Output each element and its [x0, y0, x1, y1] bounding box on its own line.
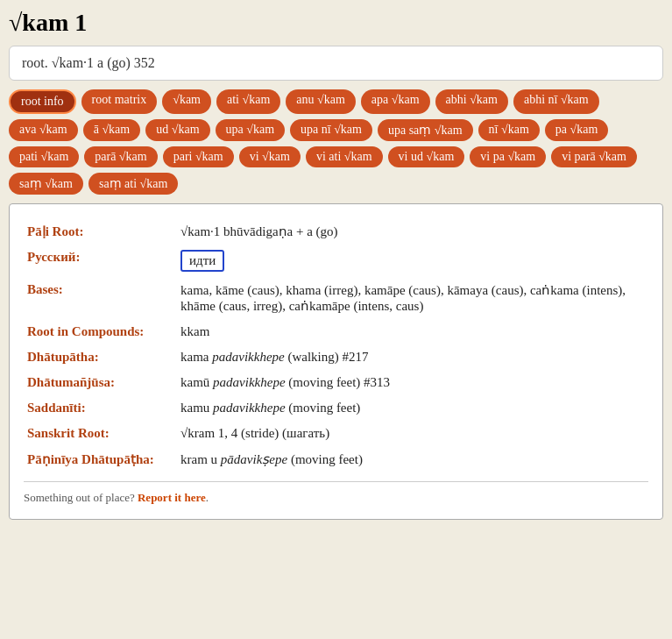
- tag-upa-ni-vkam[interactable]: upa nī √kam: [290, 119, 372, 141]
- tag-apa-vkam[interactable]: apa √kam: [361, 89, 430, 114]
- dhatupatha-row: Dhātupātha: kama padavikkhepe (walking) …: [24, 344, 648, 370]
- dhatupatha-value: kama padavikkhepe (walking) #217: [177, 344, 648, 370]
- detail-divider: [24, 481, 648, 482]
- tag-ni-vkam[interactable]: nī √kam: [478, 119, 540, 141]
- tag-root-info[interactable]: root info: [9, 89, 76, 114]
- tag-sam-vkam[interactable]: saṃ √kam: [9, 173, 83, 195]
- dhatumanjusa-row: Dhātumañjūsa: kamū padavikkhepe (moving …: [24, 370, 648, 395]
- root-summary-box: root. √kam·1 a (go) 352: [9, 46, 663, 81]
- russian-row: Русский: идти: [24, 245, 648, 277]
- tag-abhi-vkam[interactable]: abhi √kam: [435, 89, 508, 114]
- tag-pari-vkam[interactable]: pari √kam: [163, 146, 234, 167]
- sanskrit-root-label: Sanskrit Root:: [24, 421, 177, 446]
- paniniya-label: Pāṇinīya Dhātupāṭha:: [24, 446, 177, 472]
- tag-abhi-ni-vkam[interactable]: abhi nī √kam: [513, 89, 599, 114]
- tag-ati-vkam[interactable]: ati √kam: [216, 89, 280, 114]
- saddaniti-label: Saddanīti:: [24, 395, 177, 421]
- bases-row: Bases: kama, kāme (caus), khama (irreg),…: [24, 277, 648, 319]
- tag-pa-vkam[interactable]: pa √kam: [545, 119, 609, 141]
- tag-ava-vkam[interactable]: ava √kam: [9, 119, 78, 141]
- sanskrit-root-value: √kram 1, 4 (stride) (шагать): [177, 421, 648, 446]
- report-link[interactable]: Report it here: [138, 491, 206, 504]
- tag-upa-sam-vkam[interactable]: upa saṃ √kam: [378, 119, 473, 141]
- footer-period: .: [206, 491, 209, 504]
- bases-value: kama, kāme (caus), khama (irreg), kamāpe…: [177, 277, 648, 319]
- tag-vkam[interactable]: √kam: [162, 89, 211, 114]
- saddaniti-value: kamu padavikkhepe (moving feet): [177, 395, 648, 421]
- footer: Something out of place? Report it here.: [24, 491, 648, 505]
- tag-para-vkam[interactable]: parā √kam: [84, 146, 157, 167]
- root-compounds-row: Root in Compounds: kkam: [24, 319, 648, 344]
- tag-vi-para-vkam[interactable]: vi parā √kam: [551, 146, 637, 167]
- russian-label: Русский:: [24, 245, 177, 277]
- tag-ud-vkam[interactable]: ud √kam: [145, 119, 209, 141]
- dhatupatha-label: Dhātupātha:: [24, 344, 177, 370]
- paniniya-value: kram u pādavikṣepe (moving feet): [177, 446, 648, 472]
- dhatumanjusa-label: Dhātumañjūsa:: [24, 370, 177, 395]
- tag-vi-vkam[interactable]: vi √kam: [239, 146, 301, 167]
- root-compounds-label: Root in Compounds:: [24, 319, 177, 344]
- detail-table: Pāḷi Root: √kam·1 bhūvādigaṇa + a (go) Р…: [24, 218, 648, 472]
- detail-box: Pāḷi Root: √kam·1 bhūvādigaṇa + a (go) Р…: [9, 203, 663, 520]
- tags-area: root inforoot matrix√kamati √kamanu √kam…: [9, 89, 663, 195]
- pali-root-value: √kam·1 bhūvādigaṇa + a (go): [177, 218, 648, 245]
- pali-root-row: Pāḷi Root: √kam·1 bhūvādigaṇa + a (go): [24, 218, 648, 245]
- root-compounds-value: kkam: [177, 319, 648, 344]
- tag-pati-vkam[interactable]: pati √kam: [9, 146, 79, 167]
- tag-upa-vkam[interactable]: upa √kam: [216, 119, 286, 141]
- tag-vi-pa-vkam[interactable]: vi pa √kam: [470, 146, 546, 167]
- saddaniti-row: Saddanīti: kamu padavikkhepe (moving fee…: [24, 395, 648, 421]
- paniniya-row: Pāṇinīya Dhātupāṭha: kram u pādavikṣepe …: [24, 446, 648, 472]
- footer-text: Something out of place?: [24, 491, 135, 504]
- dhatumanjusa-value: kamū padavikkhepe (moving feet) #313: [177, 370, 648, 395]
- root-summary-text: root. √kam·1 a (go) 352: [22, 55, 155, 70]
- tag-vi-ud-vkam[interactable]: vi ud √kam: [388, 146, 465, 167]
- russian-value: идти: [180, 250, 224, 272]
- tag-anu-vkam[interactable]: anu √kam: [286, 89, 356, 114]
- tag-sam-ati-vkam[interactable]: saṃ ati √kam: [88, 173, 178, 195]
- tag-root-matrix[interactable]: root matrix: [81, 89, 158, 114]
- tag-vi-ati-vkam[interactable]: vi ati √kam: [306, 146, 383, 167]
- russian-value-cell: идти: [177, 245, 648, 277]
- bases-label: Bases:: [24, 277, 177, 319]
- tag-a-vkam[interactable]: ā √kam: [83, 119, 141, 141]
- pali-root-label: Pāḷi Root:: [24, 218, 177, 245]
- sanskrit-root-row: Sanskrit Root: √kram 1, 4 (stride) (шага…: [24, 421, 648, 446]
- page-title: √kam 1: [9, 9, 663, 37]
